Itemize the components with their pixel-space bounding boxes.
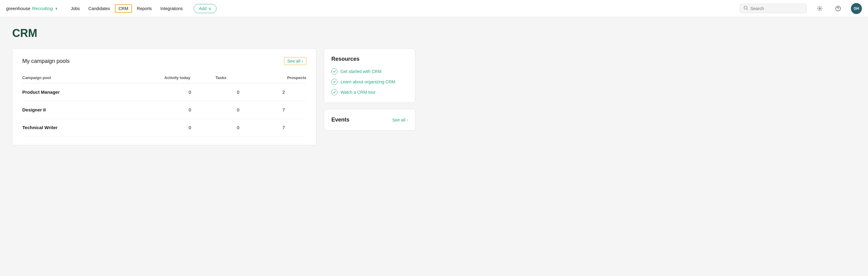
events-see-all-link[interactable]: See all › xyxy=(392,118,408,122)
tasks-cell: 0 xyxy=(215,101,261,119)
table-header-row: Campaign pool Activity today Tasks Prosp… xyxy=(22,72,306,83)
activity-cell: 0 xyxy=(164,119,215,136)
resources-card: Resources Get started with CRM Learn abo… xyxy=(324,48,415,103)
svg-point-2 xyxy=(819,8,821,9)
tasks-cell: 0 xyxy=(215,119,261,136)
brand-recruiting-text: Recruiting xyxy=(32,6,53,11)
campaign-pools-title: My campaign pools xyxy=(22,58,70,64)
table-row: Product Manager 0 0 2 xyxy=(22,83,306,101)
navbar: greenhouse Recruiting ∨ Jobs Candidates … xyxy=(0,0,868,17)
card-header: My campaign pools See all › xyxy=(22,57,306,65)
resource-item[interactable]: Watch a CRM tour xyxy=(331,89,408,95)
add-button[interactable]: Add ∨ xyxy=(194,4,217,13)
resource-label: Watch a CRM tour xyxy=(341,90,376,95)
brand-greenhouse-text: greenhouse xyxy=(6,6,30,11)
add-chevron-icon: ∨ xyxy=(208,6,211,11)
nav-jobs[interactable]: Jobs xyxy=(67,4,84,13)
search-input[interactable] xyxy=(750,6,803,11)
svg-line-1 xyxy=(747,9,748,10)
add-button-label: Add xyxy=(199,6,207,11)
table-row: Technical Writer 0 0 7 xyxy=(22,119,306,136)
nav-crm[interactable]: CRM xyxy=(115,4,132,13)
col-prospects-header: Prospects xyxy=(261,72,306,83)
events-card: Events See all › xyxy=(324,109,415,131)
resource-check-icon xyxy=(331,79,338,85)
col-tasks-header: Tasks xyxy=(215,72,261,83)
resource-check-icon xyxy=(331,89,338,95)
prospects-cell: 7 xyxy=(261,119,306,136)
page-title: CRM xyxy=(12,27,415,40)
pool-name-cell: Designer II xyxy=(22,101,164,119)
search-icon xyxy=(744,6,748,11)
search-container xyxy=(740,4,807,13)
events-see-all-text: See all xyxy=(392,118,405,122)
table-row: Designer II 0 0 7 xyxy=(22,101,306,119)
pool-name-cell: Technical Writer xyxy=(22,119,164,136)
prospects-cell: 2 xyxy=(261,83,306,101)
main-layout: My campaign pools See all › Campaign poo… xyxy=(12,48,415,145)
resources-list: Get started with CRM Learn about organiz… xyxy=(331,68,408,95)
brand-logo[interactable]: greenhouse Recruiting ∨ xyxy=(6,6,57,11)
avatar-initials: GH xyxy=(854,6,859,11)
resource-label: Get started with CRM xyxy=(341,69,381,74)
prospects-cell: 7 xyxy=(261,101,306,119)
col-activity-header: Activity today xyxy=(164,72,215,83)
resource-item[interactable]: Learn about organizing CRM xyxy=(331,79,408,85)
user-avatar[interactable]: GH xyxy=(851,3,862,14)
events-title: Events xyxy=(331,117,349,123)
campaign-table-body: Product Manager 0 0 2 Designer II 0 0 7 … xyxy=(22,83,306,136)
nav-integrations[interactable]: Integrations xyxy=(157,4,186,13)
nav-candidates[interactable]: Candidates xyxy=(85,4,114,13)
events-header: Events See all › xyxy=(331,117,408,123)
col-pool-header: Campaign pool xyxy=(22,72,164,83)
resource-check-icon xyxy=(331,68,338,74)
activity-cell: 0 xyxy=(164,101,215,119)
activity-cell: 0 xyxy=(164,83,215,101)
nav-reports[interactable]: Reports xyxy=(133,4,155,13)
see-all-link[interactable]: See all › xyxy=(284,57,306,65)
pool-name-cell: Product Manager xyxy=(22,83,164,101)
resources-title: Resources xyxy=(331,56,408,62)
resource-label: Learn about organizing CRM xyxy=(341,80,395,84)
events-chevron-icon: › xyxy=(406,118,408,122)
campaign-table: Campaign pool Activity today Tasks Prosp… xyxy=(22,72,306,136)
page-content: CRM My campaign pools See all › Campaign… xyxy=(0,17,428,155)
settings-button[interactable] xyxy=(814,3,825,14)
campaign-pools-card: My campaign pools See all › Campaign poo… xyxy=(12,48,316,145)
resource-item[interactable]: Get started with CRM xyxy=(331,68,408,74)
help-button[interactable] xyxy=(833,3,843,14)
svg-point-4 xyxy=(838,9,838,10)
right-sidebar: Resources Get started with CRM Learn abo… xyxy=(324,48,415,131)
tasks-cell: 0 xyxy=(215,83,261,101)
nav-links: Jobs Candidates CRM Reports Integrations xyxy=(67,4,187,13)
brand-chevron-icon: ∨ xyxy=(55,7,57,10)
see-all-text: See all xyxy=(287,59,301,63)
see-all-chevron-icon: › xyxy=(302,59,303,63)
